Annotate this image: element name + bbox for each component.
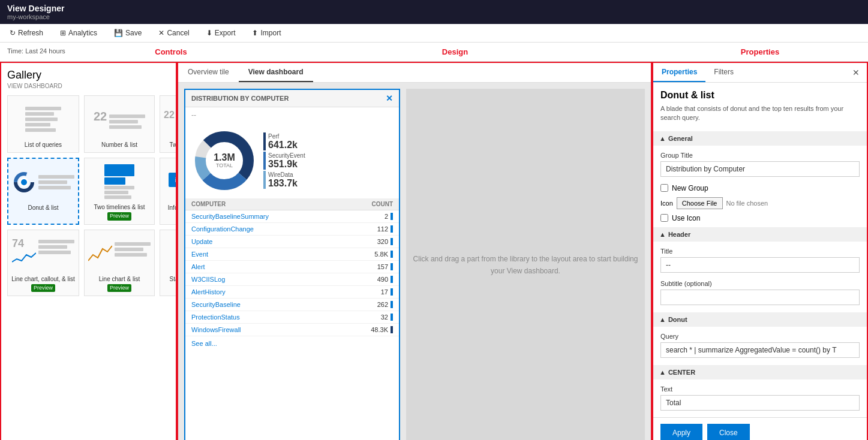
donut-group-header: ▲ Donut bbox=[653, 312, 867, 327]
collapse-icon-header: ▲ bbox=[659, 231, 666, 238]
title-bar: View Designer my-workspace bbox=[0, 0, 868, 24]
group-title-field: Group Title bbox=[660, 152, 860, 177]
save-button[interactable]: 💾 Save bbox=[112, 28, 144, 38]
legend-item-security-event: SecurityEvent 351.9k bbox=[263, 152, 305, 170]
design-content: DISTRIBUTION BY COMPUTER ✕ -- bbox=[178, 83, 651, 440]
table-row: W3CIISLog 490 bbox=[185, 273, 399, 286]
table-row: ConfigurationChange 112 bbox=[185, 223, 399, 236]
refresh-button[interactable]: ↻ Refresh bbox=[7, 28, 46, 38]
props-description: A blade that consists of donut and the t… bbox=[660, 104, 860, 123]
dist-close-button[interactable]: ✕ bbox=[386, 94, 393, 103]
export-button[interactable]: ⬇ Export bbox=[204, 28, 238, 38]
list-of-queries-visual bbox=[11, 100, 75, 138]
title-label: Title bbox=[660, 248, 860, 255]
gallery-panel: Gallery VIEW DASHBOARD List of queries bbox=[0, 62, 177, 440]
tab-filters[interactable]: Filters bbox=[705, 63, 742, 82]
drop-zone: Click and drag a part from the library t… bbox=[406, 89, 645, 440]
list-of-queries-label: List of queries bbox=[11, 141, 75, 149]
close-button[interactable]: Close bbox=[707, 424, 750, 440]
tab-properties[interactable]: Properties bbox=[653, 63, 705, 82]
gallery-item-stack-line-charts[interactable]: Stack of line charts Preview bbox=[160, 230, 177, 297]
two-timelines-visual bbox=[88, 162, 151, 201]
table-row: Update 320 bbox=[185, 236, 399, 248]
group-title-input[interactable] bbox=[660, 161, 860, 177]
cancel-button[interactable]: ✕ Cancel bbox=[156, 28, 191, 38]
cancel-icon: ✕ bbox=[158, 29, 164, 37]
props-footer: Apply Close bbox=[653, 417, 867, 440]
informati-label: Informati... Preview bbox=[164, 203, 177, 213]
group-title-label: Group Title bbox=[660, 152, 860, 159]
properties-close-button[interactable]: ✕ bbox=[845, 63, 867, 82]
table-row: Alert 157 bbox=[185, 261, 399, 273]
legend-item-wiredata: WireData 183.7k bbox=[263, 171, 305, 189]
table-row: Event 5.8K bbox=[185, 248, 399, 261]
design-label: Design bbox=[258, 45, 652, 59]
table-row: AlertHistory 17 bbox=[185, 286, 399, 299]
query-field: Query bbox=[660, 333, 860, 358]
svg-point-3 bbox=[21, 179, 27, 185]
collapse-icon-general: ▲ bbox=[659, 135, 666, 142]
subtitle-input[interactable] bbox=[660, 290, 860, 305]
choose-file-button[interactable]: Choose File bbox=[677, 197, 723, 209]
use-icon-checkbox[interactable] bbox=[660, 214, 668, 222]
tab-view-dashboard[interactable]: View dashboard bbox=[239, 63, 313, 82]
table-row: SecurityBaselineSummary 2 bbox=[185, 210, 399, 223]
gallery-item-line-chart-list[interactable]: Line chart & list Preview bbox=[84, 230, 155, 297]
legend-item-perf: Perf 641.2k bbox=[263, 132, 305, 150]
design-panel: Overview tile View dashboard DISTRIBUTIO… bbox=[177, 62, 652, 440]
gallery-item-line-chart-callout[interactable]: 74 Line chart, callout, & list Preview bbox=[7, 230, 79, 297]
title-input[interactable] bbox=[660, 257, 860, 273]
query-input[interactable] bbox=[660, 342, 860, 358]
donut-legend: Perf 641.2k SecurityEvent 351.9k bbox=[263, 132, 305, 189]
dist-subtitle: -- bbox=[185, 107, 399, 123]
refresh-icon: ↻ bbox=[10, 29, 16, 37]
number-list-visual: 22 bbox=[88, 100, 151, 138]
gallery-item-two-timelines[interactable]: Two timelines & list Preview bbox=[84, 158, 155, 225]
line-chart-list-label: Line chart & list Preview bbox=[88, 275, 151, 293]
distribution-tile: DISTRIBUTION BY COMPUTER ✕ -- bbox=[184, 89, 400, 440]
gallery-item-donut-list[interactable]: Donut & list bbox=[7, 158, 79, 225]
dist-tile-container: DISTRIBUTION BY COMPUTER ✕ -- bbox=[184, 89, 400, 440]
text-input[interactable] bbox=[660, 395, 860, 411]
properties-label: Properties bbox=[652, 45, 868, 59]
gallery-grid: List of queries 22 Number & list bbox=[7, 95, 170, 296]
apply-button[interactable]: Apply bbox=[660, 424, 702, 440]
gallery-item-two-numbers[interactable]: 22 51 Two numbers & list bbox=[160, 95, 177, 153]
line-chart-callout-visual: 74 bbox=[11, 234, 75, 273]
two-numbers-label: Two numbers & list bbox=[164, 141, 177, 149]
icon-label: Icon bbox=[660, 200, 673, 207]
new-group-checkbox-row[interactable]: New Group bbox=[660, 184, 860, 192]
analytics-button[interactable]: ⊞ Analytics bbox=[58, 28, 100, 38]
gallery-title: Gallery bbox=[7, 69, 170, 82]
icon-file-row: Icon Choose File No file chosen bbox=[660, 197, 860, 209]
dist-chart-area: 1.3M TOTAL Perf 641.2k bbox=[185, 123, 399, 198]
gallery-item-number-list[interactable]: 22 Number & list bbox=[84, 95, 155, 153]
two-numbers-visual: 22 51 bbox=[164, 100, 177, 138]
tab-overview-tile[interactable]: Overview tile bbox=[178, 63, 239, 82]
gallery-item-list-of-queries[interactable]: List of queries bbox=[7, 95, 79, 153]
main-layout: Gallery VIEW DASHBOARD List of queries bbox=[0, 62, 868, 440]
collapse-icon-center: ▲ bbox=[659, 369, 666, 376]
new-group-checkbox[interactable] bbox=[660, 184, 668, 192]
import-icon: ⬆ bbox=[252, 29, 258, 37]
properties-content: Donut & list A blade that consists of do… bbox=[653, 83, 867, 417]
new-group-label: New Group bbox=[672, 184, 708, 192]
collapse-icon-donut: ▲ bbox=[659, 316, 666, 323]
analytics-icon: ⊞ bbox=[60, 29, 66, 37]
dist-table: COMPUTER COUNT SecurityBaselineSummary 2… bbox=[185, 198, 399, 336]
informati-visual: i bbox=[164, 162, 177, 201]
gallery-subtitle: VIEW DASHBOARD bbox=[7, 83, 170, 89]
use-icon-checkbox-row[interactable]: Use Icon bbox=[660, 214, 860, 222]
properties-panel: Properties Filters ✕ Donut & list A blad… bbox=[652, 62, 868, 440]
donut-chart: 1.3M TOTAL bbox=[191, 128, 257, 194]
text-label: Text bbox=[660, 385, 860, 393]
export-icon: ⬇ bbox=[206, 29, 212, 37]
properties-tabs: Properties Filters ✕ bbox=[653, 63, 867, 83]
import-button[interactable]: ⬆ Import bbox=[250, 28, 283, 38]
header-group-header: ▲ Header bbox=[653, 227, 867, 242]
gallery-item-informati[interactable]: i Informati... Preview bbox=[160, 158, 177, 225]
two-timelines-label: Two timelines & list Preview bbox=[88, 203, 151, 221]
see-all-link[interactable]: See all... bbox=[185, 336, 399, 351]
section-labels-row: Time: Last 24 hours Controls Design Prop… bbox=[0, 43, 868, 62]
subtitle-field: Subtitle (optional) bbox=[660, 280, 860, 305]
